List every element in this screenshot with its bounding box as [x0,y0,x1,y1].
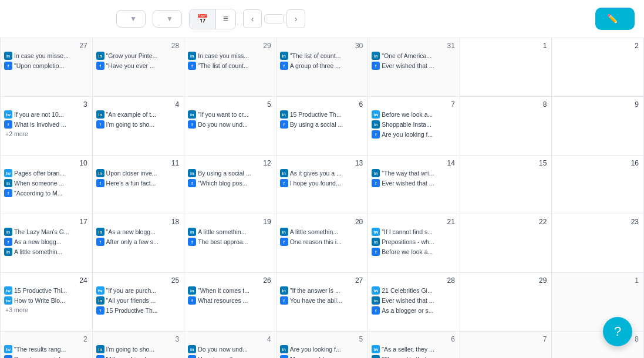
post-item[interactable]: inUpon closer inve... [95,168,182,178]
tw-icon: tw [372,110,380,119]
post-item[interactable]: fDo you now und... [187,120,274,129]
fb-icon: f [188,355,196,358]
post-item[interactable]: in"All your friends ... [95,296,182,305]
calendar-day: 18in"As a new blogg...fAfter only a few … [93,214,185,273]
post-item[interactable]: fBy using a social ... [3,354,90,358]
more-posts-link[interactable]: +3 more [3,306,90,314]
fb-icon: f [372,62,380,70]
post-item[interactable]: inShoppable Insta... [370,120,457,129]
post-item[interactable]: fI'm going to sho... [95,120,182,129]
post-item[interactable]: inAs it gives you a ... [279,168,366,178]
post-item[interactable]: in"If the answer is ... [279,286,366,295]
post-text: "Grow your Pinte... [106,52,158,59]
post-item[interactable]: fAs a new blogg... [3,237,90,246]
post-item[interactable]: in"As a new blogg... [95,227,182,237]
post-item[interactable]: fBy using a social ... [279,120,366,129]
post-item[interactable]: fWhat resources ... [187,296,274,305]
post-item[interactable]: inI'm going to sho... [95,345,182,354]
post-item[interactable]: f"Have you ever ... [95,61,182,70]
post-item[interactable]: f"As a new blogg... [279,354,366,358]
post-item[interactable]: fOne reason this i... [279,237,366,246]
post-item[interactable]: inA little somethin... [3,247,90,256]
fb-icon: f [188,238,196,246]
post-item[interactable]: tw"As a seller, they ... [370,345,457,354]
post-item[interactable]: fI hope you found... [279,178,366,188]
post-item[interactable]: twBefore we look a... [370,110,457,119]
post-item[interactable]: f15 Productive Th... [95,306,182,315]
post-item[interactable]: inIn case you misse... [3,51,90,60]
prev-button[interactable]: ‹ [243,9,262,28]
post-item[interactable]: fHere is another r... [187,354,274,358]
more-posts-link[interactable]: +2 more [3,130,90,138]
post-item[interactable]: tw"If you are purch... [95,286,182,295]
post-item[interactable]: f"The list of count... [187,61,274,70]
help-button[interactable]: ? [603,317,632,346]
post-item[interactable]: inPrepositions - wh... [370,237,457,246]
post-item[interactable]: in15 Productive Th... [279,110,366,119]
li-icon: in [96,169,104,177]
post-item[interactable]: in"The way that wri... [370,168,457,178]
fb-icon: f [280,120,288,129]
post-item[interactable]: fEver wished that ... [370,178,457,188]
post-item[interactable]: tw"If I cannot find s... [370,227,457,237]
create-new-post-button[interactable]: ✏️ [595,8,635,30]
post-item[interactable]: in"Grow your Pinte... [95,51,182,60]
post-item[interactable]: fAfter only a few s... [95,237,182,246]
post-item[interactable]: inThe Lazy Man's G... [3,227,90,237]
day-number: 28 [370,275,457,286]
post-item[interactable]: inAre you looking f... [279,345,366,354]
post-item[interactable]: twIf you are not 10... [3,110,90,119]
post-text: What is Involved ... [14,121,66,128]
post-item[interactable]: inBy using a social ... [187,168,274,178]
post-item[interactable]: twPages offer bran... [3,168,90,178]
post-item[interactable]: in"If you want to cr... [187,110,274,119]
fb-icon: f [4,120,12,129]
post-text: After only a few s... [106,238,159,245]
post-item[interactable]: inWhen someone ... [3,178,90,188]
post-text: Shoppable Insta... [382,121,431,128]
post-item[interactable]: fWhat is Involved ... [3,120,90,129]
post-item[interactable]: fAs a blogger or s... [370,306,457,315]
post-item[interactable]: tw"The results rang... [3,345,90,354]
post-text: "As a new blogg... [290,356,339,358]
post-text: "According to M... [14,190,63,197]
post-item[interactable]: inDo you now und... [187,345,274,354]
list-view-button[interactable]: ≡ [216,9,235,29]
post-item[interactable]: f"According to M... [3,188,90,198]
post-item[interactable]: in"One of America... [370,51,457,60]
post-item[interactable]: fHere's a fun fact... [95,178,182,188]
post-item[interactable]: inIn case you miss... [187,51,274,60]
calendar-day: 7twBefore we look a...inShoppable Insta.… [368,97,460,156]
post-item[interactable]: in"The goal is that ... [370,354,457,358]
next-button[interactable]: › [286,9,305,28]
post-item[interactable]: tw15 Productive Thi... [3,286,90,295]
post-item[interactable]: fBefore we look a... [370,247,457,256]
post-item[interactable]: tw21 Celebrities Gi... [370,286,457,295]
blog-posts-filter[interactable]: ▼ [116,10,146,28]
post-text: "The list of count... [198,62,249,69]
post-item[interactable]: inA little somethin... [279,227,366,237]
post-item[interactable]: inA little somethin... [187,227,274,237]
post-item[interactable]: fAre you looking f... [370,130,457,139]
post-item[interactable]: twHow to Write Blo... [3,296,90,305]
post-item[interactable]: f"Upon completio... [3,61,90,70]
post-item[interactable]: inEver wished that ... [370,296,457,305]
li-icon: in [280,169,288,177]
calendar-view-button[interactable]: 📅 [190,9,216,29]
today-button[interactable] [264,14,284,23]
post-item[interactable]: fYou have the abil... [279,296,366,305]
post-item[interactable]: fThe best approa... [187,237,274,246]
post-item[interactable]: in"The list of count... [279,51,366,60]
calendar-day: 28in"Grow your Pinte...f"Have you ever .… [93,38,185,97]
post-item[interactable]: fA group of three ... [279,61,366,70]
post-item[interactable]: fEver wished that ... [370,61,457,70]
post-item[interactable]: in"When it comes t... [187,286,274,295]
accounts-filter[interactable]: ▼ [153,10,182,28]
post-item[interactable]: f"Which blog pos... [187,178,274,188]
post-item[interactable]: f"All your friends ... [95,354,182,358]
post-item[interactable]: in"An example of t... [95,110,182,119]
post-text: "As a seller, they ... [382,346,434,353]
post-text: "The goal is that ... [382,356,433,358]
post-text: As it gives you a ... [290,170,342,177]
li-icon: in [188,286,196,295]
